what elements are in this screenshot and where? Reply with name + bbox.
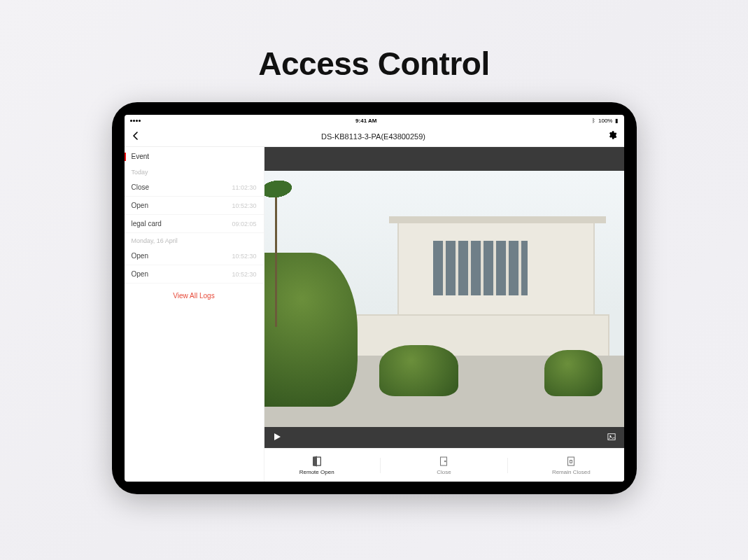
battery-icon: ▮ — [615, 118, 618, 124]
remote-open-button[interactable]: Remote Open — [275, 455, 359, 475]
play-button[interactable] — [273, 431, 281, 444]
log-time: 10:52:30 — [232, 202, 256, 209]
video-controls — [264, 427, 624, 448]
svg-rect-6 — [570, 461, 572, 463]
log-time: 10:52:30 — [232, 253, 256, 260]
svg-rect-5 — [568, 457, 574, 465]
picture-icon — [607, 433, 616, 441]
signal-icon — [130, 120, 141, 122]
gear-icon — [607, 130, 617, 140]
action-label: Close — [437, 469, 451, 475]
video-panel: Remote Open Close Remain Closed — [264, 147, 624, 482]
svg-point-4 — [445, 461, 446, 462]
log-row[interactable]: Open 10:52:30 — [125, 197, 264, 215]
log-time: 09:02:05 — [232, 220, 256, 227]
device-title: DS-KB8113-3-PA(E43800259) — [140, 132, 607, 141]
page-title: Access Control — [258, 45, 489, 83]
content-split: Event Today Close 11:02:30 Open 10:52:30… — [125, 147, 624, 482]
log-row[interactable]: Open 10:52:30 — [125, 265, 264, 284]
view-all-logs-link[interactable]: View All Logs — [125, 284, 264, 308]
event-section-label: Event — [125, 147, 264, 164]
event-sidebar: Event Today Close 11:02:30 Open 10:52:30… — [125, 147, 264, 482]
log-name: Open — [132, 252, 148, 260]
log-time: 11:02:30 — [232, 184, 256, 191]
log-name: legal card — [132, 220, 162, 227]
log-time: 10:52:30 — [232, 271, 256, 278]
video-frame — [264, 147, 624, 448]
action-label: Remote Open — [299, 469, 334, 475]
log-name: Close — [132, 183, 150, 191]
settings-button[interactable] — [607, 130, 617, 143]
log-row[interactable]: Close 11:02:30 — [125, 178, 264, 197]
door-locked-icon — [565, 455, 577, 468]
battery-label: 100% — [598, 118, 612, 124]
nav-bar: DS-KB8113-3-PA(E43800259) — [125, 126, 624, 147]
play-icon — [273, 433, 281, 441]
tablet-frame: 9:41 AM ᛒ 100% ▮ DS-KB8113-3-PA(E4380025… — [112, 102, 637, 494]
snapshot-button[interactable] — [607, 431, 616, 444]
chevron-left-icon — [132, 132, 140, 140]
action-label: Remain Closed — [552, 469, 591, 475]
log-name: Open — [132, 202, 148, 209]
remain-closed-button[interactable]: Remain Closed — [529, 455, 613, 475]
bluetooth-icon: ᛒ — [592, 118, 595, 124]
close-button[interactable]: Close — [402, 455, 486, 475]
log-row[interactable]: legal card 09:02:05 — [125, 215, 264, 233]
door-close-icon — [437, 455, 450, 468]
app-screen: 9:41 AM ᛒ 100% ▮ DS-KB8113-3-PA(E4380025… — [125, 115, 624, 482]
log-name: Open — [132, 270, 148, 278]
date-group-today: Today — [125, 164, 264, 178]
date-group-prev: Monday, 16 April — [125, 233, 264, 247]
status-time: 9:41 AM — [355, 118, 376, 124]
action-bar: Remote Open Close Remain Closed — [264, 448, 624, 482]
back-button[interactable] — [132, 130, 140, 143]
log-row[interactable]: Open 10:52:30 — [125, 247, 264, 265]
status-bar: 9:41 AM ᛒ 100% ▮ — [125, 115, 624, 126]
door-open-icon — [311, 455, 323, 468]
camera-feed[interactable] — [264, 171, 624, 427]
